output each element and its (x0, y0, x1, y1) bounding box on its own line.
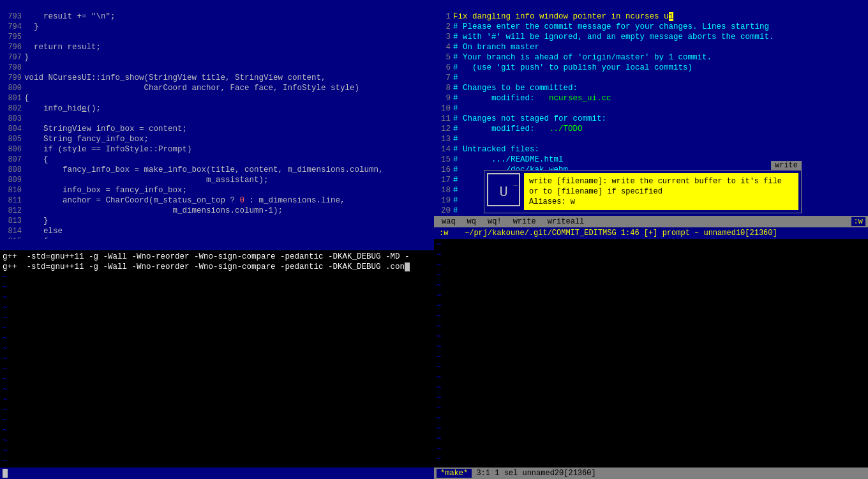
line-text: return result; (24, 43, 433, 52)
tilde-line: ~ (3, 374, 431, 384)
git-line-number: 14 (435, 145, 453, 154)
tilde-line: ~ (434, 249, 868, 259)
tilde-line: ~ (434, 341, 868, 351)
git-line: 4# On branch master (435, 42, 867, 52)
git-line: 2# Please enter the commit message for y… (435, 22, 867, 32)
mode-item-write[interactable]: write (508, 217, 541, 226)
left-code-line: 809 m_assistant); (1, 175, 433, 185)
git-line-text: # (453, 104, 867, 113)
tilde-line: ~ (3, 282, 431, 293)
mode-active-input[interactable]: :w (851, 217, 865, 226)
terminal-area[interactable]: g++ -std=gnu++11 -g -Wall -Wno-reorder -… (0, 250, 434, 468)
left-code-line: 794 } (1, 22, 433, 32)
git-line-text: # Please enter the commit message for yo… (453, 22, 867, 31)
line-number: 797 (1, 53, 24, 62)
line-text: CharCoord anchor, Face face, InfoStyle s… (24, 84, 433, 93)
git-line-number: 1 (435, 12, 453, 21)
left-code-line: 797} (1, 52, 433, 63)
git-line-number: 7 (435, 73, 453, 82)
left-code-line: 808 fancy_info_box = make_info_box(title… (1, 165, 433, 175)
git-line: 6# (use 'git push' to publish your local… (435, 63, 867, 73)
git-line-number: 20 (435, 206, 453, 215)
right-top-statusbar (434, 0, 868, 11)
left-code-line: 793 result += "\n"; (1, 11, 433, 22)
git-line-text: # (use 'git push' to publish your local … (453, 63, 867, 72)
tilde-line: ~ (434, 392, 868, 402)
line-number: 796 (1, 43, 24, 52)
line-text: } (24, 53, 433, 62)
tilde-line: ~ (434, 259, 868, 270)
line-text: { (24, 94, 433, 103)
git-line: 10# (435, 103, 867, 114)
git-line-number: 12 (435, 125, 453, 133)
git-line: 14# Untracked files: (435, 144, 867, 155)
screen: 793 result += "\n";794 }795796 return re… (0, 0, 868, 479)
tilde-line: ~ (3, 313, 431, 323)
line-number: 809 (1, 176, 24, 185)
bottom-row: g++ -std=gnu++11 -g -Wall -Wno-reorder -… (0, 239, 868, 479)
terminal-line: g++ -std=gnu++11 -g -Wall -Wno-reorder -… (3, 252, 431, 262)
left-code-line: 814 else (1, 226, 433, 236)
line-text: m_assistant); (24, 176, 433, 185)
line-number: 805 (1, 135, 24, 144)
tilde-line: ~ (434, 351, 868, 361)
git-line-number: 5 (435, 53, 453, 62)
mode-item-wq[interactable]: wq (462, 217, 481, 226)
tilde-line: ~ (3, 354, 431, 364)
mode-item-wq![interactable]: wq! (483, 217, 507, 226)
git-line-number: 15 (435, 155, 453, 164)
line-number: 810 (1, 186, 24, 195)
terminal-line: g++ -std=gnu++11 -g -Wall -Wno-reorder -… (3, 262, 431, 272)
right-bottom-status-bar: :w ~/prj/kakoune/.git/COMMIT_EDITMSG 1:4… (434, 227, 868, 239)
tilde-line: ~ (434, 290, 868, 300)
bottom-right-pane: ~~~~~~~~~~~~~~~~~~~~~~ *make* 3:1 1 sel … (434, 239, 868, 479)
bottom-left-pane: g++ -std=gnu++11 -g -Wall -Wno-reorder -… (0, 239, 434, 479)
tilde-line: ~ (3, 272, 431, 282)
git-line-number: 4 (435, 43, 453, 52)
git-line-number: 19 (435, 196, 453, 205)
mode-item-writeall[interactable]: writeall (542, 217, 590, 226)
tilde-line: ~ (434, 239, 868, 249)
line-text: m_dimensions.column-1); (24, 206, 433, 215)
line-number: 801 (1, 94, 24, 103)
line-number: 793 (1, 12, 24, 21)
tilde-line: ~ (434, 443, 868, 453)
tilde-line: ~ (434, 453, 868, 464)
mode-item-waq[interactable]: waq (437, 217, 461, 226)
left-code-line: 795 (1, 32, 433, 42)
git-line: 1Fix dangling info window pointer in ncu… (435, 11, 867, 22)
bottom-right-mode-line: *make* 3:1 1 sel unnamed20[21360] (434, 468, 868, 479)
line-text: info_box = fancy_info_box; (24, 186, 433, 195)
right-status-path: ~/prj/kakoune/.git/COMMIT_EDITMSG 1:46 [… (451, 229, 865, 238)
line-number: 795 (1, 33, 24, 42)
git-line: 3# with '#' will be ignored, and an empt… (435, 32, 867, 42)
line-number: 800 (1, 84, 24, 93)
line-text: result += "\n"; (24, 12, 433, 21)
git-line-number: 9 (435, 94, 453, 103)
tilde-line: ~ (3, 446, 431, 456)
right-active-input[interactable]: :w (437, 229, 451, 238)
git-line-number: 6 (435, 63, 453, 72)
line-text: void NCursesUI::info_show(StringView tit… (24, 73, 433, 82)
tilde-line: ~ (434, 331, 868, 341)
tilde-line: ~ (434, 361, 868, 372)
tilde-line: ~ (3, 436, 431, 446)
kakoune-char-box: _ U (487, 173, 520, 206)
right-pane: 1Fix dangling info window pointer in ncu… (434, 0, 868, 239)
make-bottom-status-bar (0, 468, 434, 479)
tilde-line: ~ (3, 425, 431, 436)
right-code-area[interactable]: 1Fix dangling info window pointer in ncu… (434, 11, 868, 216)
git-line-number: 16 (435, 165, 453, 174)
tilde-line: ~ (3, 293, 431, 303)
git-line: 9# modified: ncurses_ui.cc (435, 93, 867, 103)
git-line-number: 11 (435, 114, 453, 123)
left-code-area[interactable]: 793 result += "\n";794 }795796 return re… (0, 11, 434, 239)
tilde-line: ~ (434, 413, 868, 423)
git-line-text: # with '#' will be ignored, and an empty… (453, 33, 867, 42)
git-line-text: # (453, 73, 867, 82)
main-row: 793 result += "\n";794 }795796 return re… (0, 0, 868, 239)
line-number: 803 (1, 114, 24, 123)
git-line-number: 18 (435, 186, 453, 195)
git-line: 11# Changes not staged for commit: (435, 114, 867, 124)
tilde-line: ~ (3, 456, 431, 466)
